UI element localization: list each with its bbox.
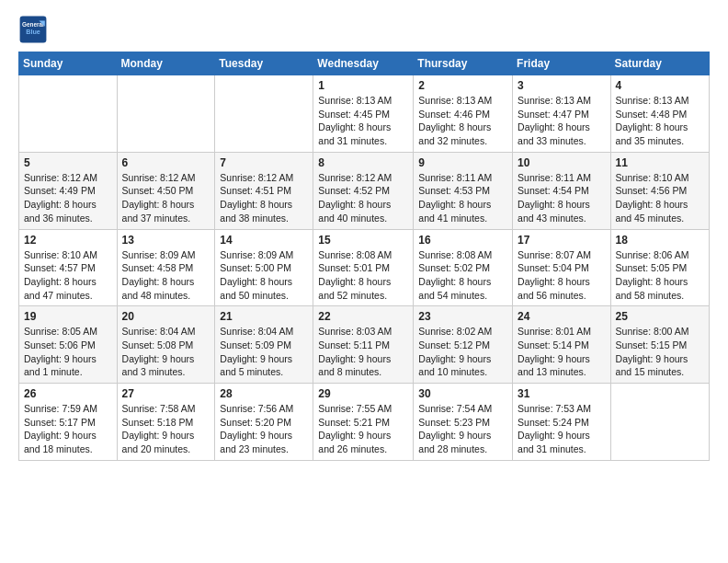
- day-info: Sunrise: 8:05 AM Sunset: 5:06 PM Dayligh…: [24, 325, 112, 379]
- day-number: 12: [24, 234, 112, 247]
- calendar-cell-w4d1: 27Sunrise: 7:58 AM Sunset: 5:18 PM Dayli…: [117, 384, 215, 461]
- calendar-cell-w0d2: [215, 75, 313, 153]
- day-info: Sunrise: 8:11 AM Sunset: 4:54 PM Dayligh…: [518, 171, 606, 225]
- day-number: 9: [418, 156, 507, 169]
- day-number: 10: [518, 156, 606, 169]
- calendar-cell-w3d6: 25Sunrise: 8:00 AM Sunset: 5:15 PM Dayli…: [610, 306, 709, 384]
- day-info: Sunrise: 8:12 AM Sunset: 4:52 PM Dayligh…: [318, 171, 408, 225]
- day-info: Sunrise: 8:12 AM Sunset: 4:49 PM Dayligh…: [24, 171, 112, 225]
- calendar-cell-w4d6: [610, 384, 709, 461]
- day-info: Sunrise: 7:58 AM Sunset: 5:18 PM Dayligh…: [122, 402, 210, 456]
- day-number: 5: [24, 156, 112, 169]
- calendar-cell-w1d4: 9Sunrise: 8:11 AM Sunset: 4:53 PM Daylig…: [414, 152, 513, 229]
- day-info: Sunrise: 7:54 AM Sunset: 5:23 PM Dayligh…: [418, 402, 507, 456]
- page: General Blue SundayMondayTuesdayWednesda…: [0, 0, 728, 476]
- day-info: Sunrise: 8:06 AM Sunset: 5:05 PM Dayligh…: [616, 248, 704, 303]
- day-info: Sunrise: 8:08 AM Sunset: 5:01 PM Dayligh…: [318, 248, 408, 303]
- header-day-tuesday: Tuesday: [215, 52, 313, 75]
- day-info: Sunrise: 8:02 AM Sunset: 5:12 PM Dayligh…: [418, 325, 507, 379]
- day-info: Sunrise: 8:09 AM Sunset: 4:58 PM Dayligh…: [122, 248, 210, 303]
- calendar-cell-w1d1: 6Sunrise: 8:12 AM Sunset: 4:50 PM Daylig…: [117, 152, 215, 229]
- calendar-cell-w4d5: 31Sunrise: 7:53 AM Sunset: 5:24 PM Dayli…: [513, 384, 611, 461]
- day-info: Sunrise: 8:09 AM Sunset: 5:00 PM Dayligh…: [220, 248, 308, 303]
- day-number: 2: [418, 79, 507, 92]
- calendar-cell-w2d1: 13Sunrise: 8:09 AM Sunset: 4:58 PM Dayli…: [117, 229, 215, 306]
- calendar-cell-w1d0: 5Sunrise: 8:12 AM Sunset: 4:49 PM Daylig…: [19, 152, 118, 229]
- day-number: 30: [418, 387, 507, 400]
- day-info: Sunrise: 8:07 AM Sunset: 5:04 PM Dayligh…: [518, 248, 606, 303]
- calendar-cell-w2d3: 15Sunrise: 8:08 AM Sunset: 5:01 PM Dayli…: [313, 229, 414, 306]
- day-number: 28: [220, 387, 308, 400]
- day-number: 14: [220, 234, 308, 247]
- day-info: Sunrise: 8:13 AM Sunset: 4:46 PM Dayligh…: [418, 94, 507, 148]
- day-info: Sunrise: 8:03 AM Sunset: 5:11 PM Dayligh…: [318, 325, 408, 379]
- calendar-cell-w0d1: [117, 75, 215, 153]
- calendar-cell-w0d0: [19, 75, 118, 153]
- header-day-friday: Friday: [513, 52, 611, 75]
- calendar-week-0: 1Sunrise: 8:13 AM Sunset: 4:45 PM Daylig…: [19, 75, 710, 153]
- calendar-cell-w2d5: 17Sunrise: 8:07 AM Sunset: 5:04 PM Dayli…: [513, 229, 611, 306]
- day-info: Sunrise: 8:01 AM Sunset: 5:14 PM Dayligh…: [518, 325, 606, 379]
- day-number: 7: [220, 156, 308, 169]
- header-day-thursday: Thursday: [414, 52, 513, 75]
- calendar-cell-w2d2: 14Sunrise: 8:09 AM Sunset: 5:00 PM Dayli…: [215, 229, 313, 306]
- day-number: 8: [318, 156, 408, 169]
- calendar-cell-w3d1: 20Sunrise: 8:04 AM Sunset: 5:08 PM Dayli…: [117, 306, 215, 384]
- day-number: 31: [518, 387, 606, 400]
- day-info: Sunrise: 8:12 AM Sunset: 4:50 PM Dayligh…: [122, 171, 210, 225]
- day-info: Sunrise: 8:04 AM Sunset: 5:08 PM Dayligh…: [122, 325, 210, 379]
- day-number: 18: [616, 234, 704, 247]
- day-number: 17: [518, 234, 606, 247]
- calendar-cell-w0d5: 3Sunrise: 8:13 AM Sunset: 4:47 PM Daylig…: [513, 75, 611, 153]
- calendar-cell-w0d3: 1Sunrise: 8:13 AM Sunset: 4:45 PM Daylig…: [313, 75, 414, 153]
- calendar-week-1: 5Sunrise: 8:12 AM Sunset: 4:49 PM Daylig…: [19, 152, 710, 229]
- day-number: 20: [122, 310, 210, 323]
- calendar-week-4: 26Sunrise: 7:59 AM Sunset: 5:17 PM Dayli…: [19, 384, 710, 461]
- day-number: 29: [318, 387, 408, 400]
- calendar-cell-w3d3: 22Sunrise: 8:03 AM Sunset: 5:11 PM Dayli…: [313, 306, 414, 384]
- day-info: Sunrise: 8:13 AM Sunset: 4:45 PM Dayligh…: [318, 94, 408, 148]
- header-day-sunday: Sunday: [19, 52, 118, 75]
- calendar-cell-w1d3: 8Sunrise: 8:12 AM Sunset: 4:52 PM Daylig…: [313, 152, 414, 229]
- calendar-cell-w4d4: 30Sunrise: 7:54 AM Sunset: 5:23 PM Dayli…: [414, 384, 513, 461]
- calendar-cell-w2d0: 12Sunrise: 8:10 AM Sunset: 4:57 PM Dayli…: [19, 229, 118, 306]
- calendar-cell-w0d4: 2Sunrise: 8:13 AM Sunset: 4:46 PM Daylig…: [414, 75, 513, 153]
- day-number: 11: [616, 156, 704, 169]
- day-info: Sunrise: 8:13 AM Sunset: 4:47 PM Dayligh…: [518, 94, 606, 148]
- day-info: Sunrise: 8:13 AM Sunset: 4:48 PM Dayligh…: [616, 94, 704, 148]
- calendar-table: SundayMondayTuesdayWednesdayThursdayFrid…: [18, 52, 710, 461]
- calendar-cell-w3d0: 19Sunrise: 8:05 AM Sunset: 5:06 PM Dayli…: [19, 306, 118, 384]
- day-number: 21: [220, 310, 308, 323]
- day-info: Sunrise: 8:10 AM Sunset: 4:57 PM Dayligh…: [24, 248, 112, 303]
- logo-icon: General Blue: [18, 15, 48, 44]
- svg-text:Blue: Blue: [26, 28, 40, 36]
- calendar-cell-w1d2: 7Sunrise: 8:12 AM Sunset: 4:51 PM Daylig…: [215, 152, 313, 229]
- calendar-cell-w3d4: 23Sunrise: 8:02 AM Sunset: 5:12 PM Dayli…: [414, 306, 513, 384]
- day-info: Sunrise: 7:59 AM Sunset: 5:17 PM Dayligh…: [24, 402, 112, 456]
- calendar-cell-w2d6: 18Sunrise: 8:06 AM Sunset: 5:05 PM Dayli…: [610, 229, 709, 306]
- calendar-cell-w4d0: 26Sunrise: 7:59 AM Sunset: 5:17 PM Dayli…: [19, 384, 118, 461]
- day-number: 26: [24, 387, 112, 400]
- calendar-cell-w3d5: 24Sunrise: 8:01 AM Sunset: 5:14 PM Dayli…: [513, 306, 611, 384]
- calendar-cell-w1d5: 10Sunrise: 8:11 AM Sunset: 4:54 PM Dayli…: [513, 152, 611, 229]
- day-info: Sunrise: 8:08 AM Sunset: 5:02 PM Dayligh…: [418, 248, 507, 303]
- day-number: 16: [418, 234, 507, 247]
- day-info: Sunrise: 8:12 AM Sunset: 4:51 PM Dayligh…: [220, 171, 308, 225]
- day-number: 13: [122, 234, 210, 247]
- day-number: 4: [616, 79, 704, 92]
- day-info: Sunrise: 8:10 AM Sunset: 4:56 PM Dayligh…: [616, 171, 704, 225]
- calendar-cell-w1d6: 11Sunrise: 8:10 AM Sunset: 4:56 PM Dayli…: [610, 152, 709, 229]
- calendar-cell-w3d2: 21Sunrise: 8:04 AM Sunset: 5:09 PM Dayli…: [215, 306, 313, 384]
- calendar-cell-w0d6: 4Sunrise: 8:13 AM Sunset: 4:48 PM Daylig…: [610, 75, 709, 153]
- header: General Blue: [18, 15, 710, 44]
- calendar-header-row: SundayMondayTuesdayWednesdayThursdayFrid…: [19, 52, 710, 75]
- calendar-cell-w4d3: 29Sunrise: 7:55 AM Sunset: 5:21 PM Dayli…: [313, 384, 414, 461]
- calendar-cell-w4d2: 28Sunrise: 7:56 AM Sunset: 5:20 PM Dayli…: [215, 384, 313, 461]
- day-info: Sunrise: 8:04 AM Sunset: 5:09 PM Dayligh…: [220, 325, 308, 379]
- day-info: Sunrise: 7:55 AM Sunset: 5:21 PM Dayligh…: [318, 402, 408, 456]
- header-day-monday: Monday: [117, 52, 215, 75]
- day-info: Sunrise: 7:56 AM Sunset: 5:20 PM Dayligh…: [220, 402, 308, 456]
- day-number: 1: [318, 79, 408, 92]
- day-info: Sunrise: 8:11 AM Sunset: 4:53 PM Dayligh…: [418, 171, 507, 225]
- calendar-week-3: 19Sunrise: 8:05 AM Sunset: 5:06 PM Dayli…: [19, 306, 710, 384]
